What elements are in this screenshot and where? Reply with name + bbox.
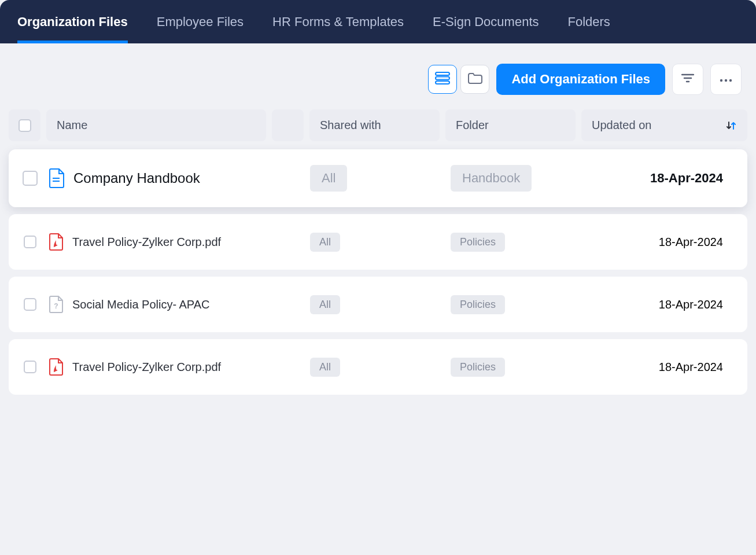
filter-button[interactable]	[672, 64, 703, 95]
table-row[interactable]: Travel Policy-Zylker Corp.pdf All Polici…	[9, 339, 747, 395]
row-checkbox-cell	[16, 298, 45, 311]
row-checkbox-cell	[16, 236, 45, 248]
column-header-spacer	[272, 109, 304, 141]
column-header-updated-on[interactable]: Updated on	[581, 109, 747, 141]
svg-rect-2	[436, 81, 449, 84]
table-header: Name Shared with Folder Updated on	[9, 109, 747, 141]
row-shared-cell: All	[308, 358, 438, 377]
folder-tag: Policies	[451, 295, 505, 314]
folder-icon	[467, 72, 482, 87]
column-header-updated-label: Updated on	[592, 119, 651, 132]
row-shared-cell: All	[308, 233, 438, 252]
tab-hr-forms[interactable]: HR Forms & Templates	[272, 0, 404, 43]
row-updated-cell: 18-Apr-2024	[582, 171, 740, 186]
sort-icon	[725, 120, 737, 131]
row-folder-cell: Policies	[438, 295, 582, 314]
document-icon	[48, 168, 65, 189]
shared-with-tag: All	[310, 295, 340, 314]
folder-tag: Handbook	[451, 165, 532, 192]
toolbar: Add Organization Files	[0, 43, 756, 109]
row-updated-cell: 18-Apr-2024	[582, 236, 740, 249]
select-all-checkbox[interactable]	[19, 119, 31, 132]
table-row[interactable]: Company Handbook All Handbook 18-Apr-202…	[9, 149, 747, 207]
tab-employee-files[interactable]: Employee Files	[157, 0, 244, 43]
row-updated-cell: 18-Apr-2024	[582, 361, 740, 374]
row-shared-cell: All	[308, 295, 438, 314]
column-header-checkbox	[9, 109, 40, 141]
view-toggle	[428, 65, 489, 94]
row-checkbox-cell	[16, 171, 45, 186]
folder-tag: Policies	[451, 358, 505, 377]
svg-point-6	[720, 79, 722, 82]
shared-with-tag: All	[310, 358, 340, 377]
list-icon	[435, 72, 450, 87]
table-row[interactable]: ? Social Media Policy- APAC All Policies…	[9, 277, 747, 332]
svg-rect-1	[436, 77, 449, 80]
row-checkbox[interactable]	[23, 171, 38, 186]
column-header-folder[interactable]: Folder	[445, 109, 576, 141]
row-checkbox[interactable]	[24, 361, 36, 373]
top-nav: Organization Files Employee Files HR For…	[0, 0, 756, 43]
file-name: Company Handbook	[73, 170, 200, 186]
row-shared-cell: All	[308, 165, 438, 192]
pdf-icon	[48, 233, 64, 251]
row-checkbox[interactable]	[24, 236, 36, 248]
shared-with-tag: All	[310, 165, 347, 192]
pdf-icon	[48, 358, 64, 376]
file-name: Travel Policy-Zylker Corp.pdf	[72, 236, 221, 249]
column-header-name[interactable]: Name	[46, 109, 266, 141]
svg-text:?: ?	[54, 302, 58, 310]
tab-esign-documents[interactable]: E-Sign Documents	[433, 0, 539, 43]
tab-folders[interactable]: Folders	[568, 0, 610, 43]
tab-organization-files[interactable]: Organization Files	[17, 0, 128, 43]
row-updated-cell: 18-Apr-2024	[582, 298, 740, 311]
svg-point-8	[729, 79, 732, 82]
row-name-cell: Company Handbook	[45, 168, 308, 189]
svg-rect-0	[436, 72, 449, 75]
list-view-button[interactable]	[428, 65, 457, 94]
row-name-cell: Travel Policy-Zylker Corp.pdf	[45, 233, 308, 251]
column-header-shared-with[interactable]: Shared with	[309, 109, 440, 141]
file-name: Travel Policy-Zylker Corp.pdf	[72, 361, 221, 374]
row-folder-cell: Handbook	[438, 165, 582, 192]
svg-point-7	[725, 79, 727, 82]
folder-tag: Policies	[451, 233, 505, 252]
row-name-cell: Travel Policy-Zylker Corp.pdf	[45, 358, 308, 376]
more-icon	[720, 74, 732, 84]
row-name-cell: ? Social Media Policy- APAC	[45, 295, 308, 314]
more-button[interactable]	[710, 64, 742, 95]
file-table: Name Shared with Folder Updated on	[0, 109, 756, 395]
row-checkbox[interactable]	[24, 298, 36, 311]
row-folder-cell: Policies	[438, 233, 582, 252]
filter-icon	[681, 73, 694, 85]
folder-view-button[interactable]	[460, 65, 489, 94]
shared-with-tag: All	[310, 233, 340, 252]
add-organization-files-button[interactable]: Add Organization Files	[496, 64, 665, 95]
table-row[interactable]: Travel Policy-Zylker Corp.pdf All Polici…	[9, 214, 747, 270]
file-name: Social Media Policy- APAC	[72, 298, 210, 311]
row-folder-cell: Policies	[438, 358, 582, 377]
row-checkbox-cell	[16, 361, 45, 373]
unknown-file-icon: ?	[48, 295, 64, 314]
